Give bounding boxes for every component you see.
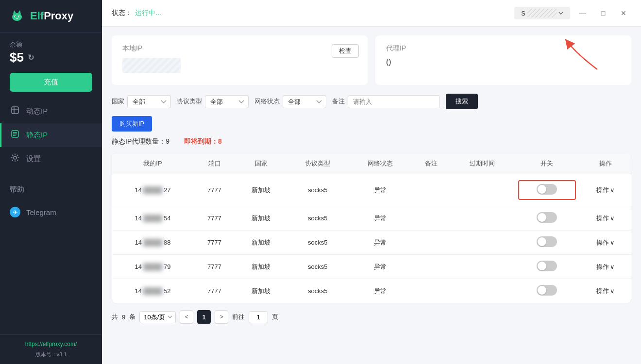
cell-action-1: 操作 ∨ [581,206,631,231]
remark-label: 备注 [332,97,345,106]
balance-section: 余额 $5 ↻ [0,33,102,69]
cell-country-1: 新加坡 [236,206,287,231]
toggle-switch-1[interactable] [537,212,557,223]
action-button-0[interactable]: 操作 ∨ [596,186,615,195]
s-button[interactable]: S [514,7,570,19]
toggle-switch-4[interactable] [537,285,557,296]
sidebar-item-settings[interactable]: 设置 [0,147,102,171]
toggle-switch-2[interactable] [537,236,557,247]
sidebar-telegram[interactable]: ✈ Telegram [0,200,102,224]
sidebar-item-dynamic-ip[interactable]: 动态IP [0,99,102,123]
pagination-total-suffix: 条 [129,313,135,321]
minimize-button[interactable]: — [575,5,590,21]
cell-country-4: 新加坡 [236,279,287,303]
cell-expire-2 [451,231,513,255]
cell-protocol-0: socks5 [287,174,349,206]
page-size-select[interactable]: 10条/页 20条/页 50条/页 [139,311,176,323]
sidebar-item-static-ip[interactable]: 静态IP [0,123,102,147]
search-button[interactable]: 搜索 [446,94,478,109]
goto-label: 前往 [232,313,245,321]
proxy-ip-card: 代理IP () [375,35,631,85]
action-button-1[interactable]: 操作 ∨ [596,214,615,223]
expiring-label: 即将到期： [184,137,218,145]
toggle-switch-0[interactable] [537,184,557,195]
cell-expire-0 [451,174,513,206]
cell-remark-4 [411,279,451,303]
balance-value: $5 ↻ [10,50,92,65]
cell-toggle-2 [513,231,581,255]
country-select[interactable]: 全部 [127,95,171,108]
maximize-button[interactable]: □ [595,5,611,21]
col-country: 国家 [236,153,287,174]
table-row: 14████52 7777 新加坡 socks5 异常 操作 ∨ [112,279,631,303]
sidebar: ElfProxy 余额 $5 ↻ 充值 动态IP 静态IP 设置 [0,0,102,364]
s-button-chevron [558,12,563,15]
prev-page-button[interactable]: < [180,310,193,324]
col-toggle: 开关 [513,153,581,174]
goto-page-input[interactable] [249,311,268,323]
table-header-row: 我的IP 端口 国家 协议类型 网络状态 备注 过期时间 开关 操作 [112,153,631,174]
cell-port-4: 7777 [193,279,236,303]
cell-status-0: 异常 [349,174,411,206]
dynamic-ip-icon [10,106,20,117]
sidebar-help[interactable]: 帮助 [0,179,102,200]
svg-point-6 [15,17,16,17]
close-button[interactable]: ✕ [616,5,631,21]
pagination-total-label: 共 [112,313,118,321]
network-select[interactable]: 全部 [283,95,326,108]
action-button-4[interactable]: 操作 ∨ [596,287,615,296]
balance-label: 余额 [10,40,92,49]
cell-remark-1 [411,206,451,231]
stats-row: 静态IP代理数量：9 即将到期：8 [112,137,631,146]
cell-port-2: 7777 [193,231,236,255]
local-ip-mask [122,58,181,73]
svg-point-13 [14,156,17,159]
cell-ip-3: 14████79 [112,255,193,279]
balance-amount: $5 [10,50,24,65]
table-row: 14████27 7777 新加坡 socks5 异常 操作 ∨ [112,174,631,206]
cell-protocol-1: socks5 [287,206,349,231]
app-name-proxy: Proxy [44,10,73,22]
recharge-button[interactable]: 充值 [10,73,92,92]
total-label: 静态IP代理数量： [112,137,166,145]
action-button-2[interactable]: 操作 ∨ [596,238,615,247]
telegram-icon: ✈ [10,207,20,217]
protocol-label: 协议类型 [177,97,202,106]
cell-country-2: 新加坡 [236,231,287,255]
app-name: ElfProxy [30,10,73,22]
page-1-button[interactable]: 1 [197,310,211,324]
action-button-3[interactable]: 操作 ∨ [596,263,615,271]
action-chevron-4: ∨ [610,287,615,295]
app-name-elf: Elf [30,10,44,22]
refresh-icon[interactable]: ↻ [28,53,34,62]
expiring-value: 8 [218,137,222,145]
page-content: 本地IP 检查 代理IP [102,27,641,364]
col-remark: 备注 [411,153,451,174]
svg-point-1 [12,13,22,21]
buy-new-ip-button[interactable]: 购买新IP [112,116,152,132]
static-ip-icon [10,130,20,141]
toggle-highlighted-0 [518,180,576,200]
local-ip-blurred [122,58,357,76]
col-network: 网络状态 [349,153,411,174]
cell-expire-3 [451,255,513,279]
cell-action-4: 操作 ∨ [581,279,631,303]
toggle-switch-3[interactable] [537,261,557,271]
cell-status-4: 异常 [349,279,411,303]
cell-ip-2: 14████88 [112,231,193,255]
pagination-total-value: 9 [122,314,125,321]
settings-icon [10,153,20,165]
action-chevron-1: ∨ [610,215,615,222]
protocol-select[interactable]: 全部 [205,95,249,108]
country-filter-group: 国家 全部 [112,95,171,108]
local-ip-card: 本地IP 检查 [112,35,368,85]
action-chevron-2: ∨ [610,239,615,246]
remark-input[interactable] [348,95,440,108]
footer-link[interactable]: https://elfproxy.com/ [10,341,92,347]
next-page-button[interactable]: > [215,310,228,324]
topbar: 状态： 运行中... S — □ ✕ [102,0,641,27]
cell-protocol-2: socks5 [287,231,349,255]
check-ip-button[interactable]: 检查 [332,44,359,58]
sidebar-nav: 动态IP 静态IP 设置 帮助 ✈ Telegram [0,99,102,334]
sidebar-item-static-ip-label: 静态IP [26,131,48,140]
